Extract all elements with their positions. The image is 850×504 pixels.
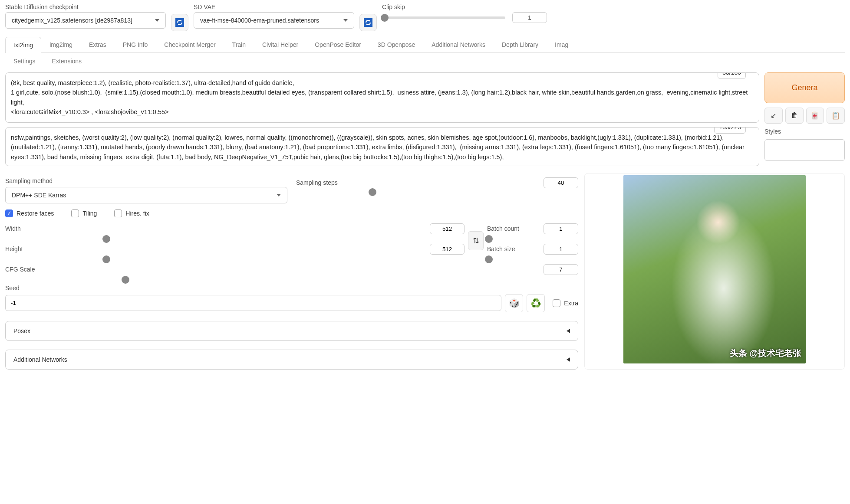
- sampling-method-value: DPM++ SDE Karras: [12, 192, 66, 199]
- checkpoint-dropdown[interactable]: cityedgemix_v125.safetensors [de2987a813…: [5, 12, 166, 29]
- sampling-steps-label: Sampling steps: [296, 179, 338, 186]
- tab-addnet[interactable]: Additional Networks: [423, 36, 494, 52]
- prompt-text: (8k, best quality, masterpiece:1.2), (re…: [11, 78, 754, 117]
- hires-fix-checkbox[interactable]: Hires. fix: [114, 209, 149, 217]
- checkpoint-label: Stable Diffusion checkpoint: [5, 3, 166, 10]
- clipboard-icon: 📋: [831, 112, 840, 119]
- generate-button[interactable]: Genera: [764, 72, 845, 103]
- posex-accordion[interactable]: Posex: [5, 321, 578, 341]
- tab-openpose[interactable]: OpenPose Editor: [306, 36, 369, 52]
- chevron-down-icon: [155, 19, 159, 22]
- clipskip-slider[interactable]: [382, 16, 505, 19]
- width-label: Width: [5, 225, 21, 232]
- dice-icon: 🎲: [509, 298, 520, 308]
- tab-imag[interactable]: Imag: [547, 36, 577, 52]
- refresh-icon: [363, 17, 373, 28]
- recycle-icon: ♻️: [530, 298, 541, 308]
- refresh-vae-button[interactable]: [359, 14, 377, 31]
- negative-text: nsfw,paintings, sketches, (worst quality…: [11, 133, 754, 162]
- styles-dropdown[interactable]: [764, 139, 845, 161]
- paste-button[interactable]: 📋: [827, 108, 845, 124]
- triangle-left-icon: [567, 329, 570, 333]
- random-seed-button[interactable]: 🎲: [505, 294, 523, 312]
- sampling-method-dropdown[interactable]: DPM++ SDE Karras: [5, 187, 287, 203]
- tab-extensions[interactable]: Extensions: [44, 53, 90, 69]
- extra-seed-checkbox[interactable]: Extra: [553, 299, 578, 307]
- restore-faces-checkbox[interactable]: ✓ Restore faces: [5, 209, 54, 217]
- watermark-text: 头条 @技术宅老张: [730, 347, 801, 359]
- restore-faces-label: Restore faces: [16, 210, 54, 217]
- swap-dimensions-button[interactable]: ⇅: [468, 231, 484, 250]
- vae-label: SD VAE: [194, 3, 354, 10]
- batch-count-label: Batch count: [487, 225, 519, 232]
- tab-txt2img[interactable]: txt2img: [5, 37, 41, 53]
- refresh-checkpoint-button[interactable]: [171, 14, 188, 31]
- tab-train[interactable]: Train: [224, 36, 254, 52]
- triangle-left-icon: [567, 357, 570, 362]
- card-icon: 🀄: [810, 112, 819, 119]
- sampling-steps-input[interactable]: [544, 177, 578, 188]
- tab-civitai[interactable]: Civitai Helper: [254, 36, 306, 52]
- tab-ckptmerger[interactable]: Checkpoint Merger: [156, 36, 224, 52]
- seed-input[interactable]: [5, 295, 501, 311]
- cfg-input[interactable]: [544, 264, 578, 275]
- output-gallery[interactable]: 头条 @技术宅老张: [584, 173, 845, 370]
- vae-value: vae-ft-mse-840000-ema-pruned.safetensors: [200, 17, 319, 24]
- swap-icon: ⇅: [473, 236, 479, 245]
- tiling-checkbox[interactable]: Tiling: [71, 209, 97, 217]
- checkbox-icon: [553, 299, 560, 307]
- extra-seed-label: Extra: [564, 300, 578, 307]
- hires-fix-label: Hires. fix: [125, 210, 149, 217]
- main-tabs: txt2img img2img Extras PNG Info Checkpoi…: [5, 36, 845, 53]
- tab-settings[interactable]: Settings: [5, 53, 44, 69]
- addnet-label: Additional Networks: [13, 356, 67, 363]
- output-image[interactable]: 头条 @技术宅老张: [623, 175, 806, 363]
- clear-button[interactable]: 🗑: [785, 108, 804, 124]
- checkbox-icon: [114, 209, 122, 217]
- reuse-seed-button[interactable]: ♻️: [527, 294, 545, 312]
- batch-size-input[interactable]: [544, 244, 578, 255]
- posex-label: Posex: [13, 327, 30, 334]
- prompt-textarea[interactable]: 83/150 (8k, best quality, masterpiece:1.…: [5, 72, 759, 123]
- batch-size-label: Batch size: [487, 245, 515, 252]
- checkbox-checked-icon: ✓: [5, 209, 13, 217]
- seed-label: Seed: [5, 285, 578, 291]
- additional-networks-accordion[interactable]: Additional Networks: [5, 350, 578, 370]
- interrogate-button[interactable]: ↙: [764, 108, 783, 124]
- tab-3dopenpose[interactable]: 3D Openpose: [369, 36, 423, 52]
- tab-pnginfo[interactable]: PNG Info: [115, 36, 156, 52]
- negative-token-counter: 159/225: [714, 127, 746, 134]
- svg-rect-1: [364, 18, 372, 27]
- vae-dropdown[interactable]: vae-ft-mse-840000-ema-pruned.safetensors: [194, 12, 354, 29]
- width-input[interactable]: [430, 223, 465, 234]
- cfg-label: CFG Scale: [5, 266, 35, 273]
- arrow-down-left-icon: ↙: [771, 112, 776, 119]
- tab-extras[interactable]: Extras: [81, 36, 115, 52]
- checkbox-icon: [71, 209, 79, 217]
- tiling-label: Tiling: [82, 210, 97, 217]
- tab-depth[interactable]: Depth Library: [494, 36, 547, 52]
- extra-networks-button[interactable]: 🀄: [806, 108, 824, 124]
- chevron-down-icon: [343, 19, 348, 22]
- height-input[interactable]: [430, 244, 465, 255]
- refresh-icon: [175, 17, 185, 28]
- tab-img2img[interactable]: img2img: [41, 36, 81, 52]
- prompt-token-counter: 83/150: [718, 72, 746, 79]
- trash-icon: 🗑: [791, 111, 798, 119]
- chevron-down-icon: [277, 194, 281, 196]
- clipskip-label: Clip skip: [382, 3, 547, 10]
- clipskip-input[interactable]: [512, 12, 547, 23]
- svg-rect-0: [175, 18, 184, 27]
- styles-label: Styles: [764, 128, 845, 135]
- checkpoint-value: cityedgemix_v125.safetensors [de2987a813…: [12, 17, 132, 24]
- negative-prompt-textarea[interactable]: 159/225 nsfw,paintings, sketches, (worst…: [5, 127, 759, 166]
- sampling-method-label: Sampling method: [5, 177, 287, 184]
- batch-count-input[interactable]: [544, 223, 578, 234]
- height-label: Height: [5, 245, 23, 252]
